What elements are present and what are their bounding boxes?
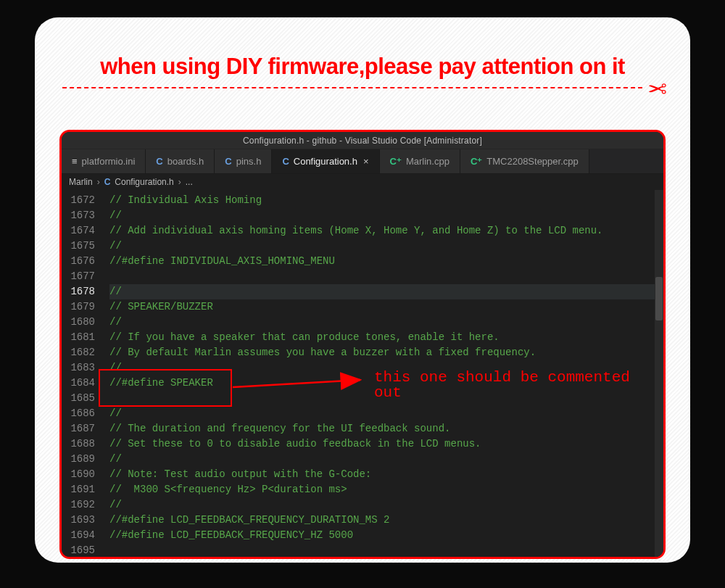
vscode-editor: Configuration.h - github - Visual Studio… bbox=[59, 130, 666, 559]
code-line[interactable]: // If you have a speaker that can produc… bbox=[109, 330, 663, 345]
line-number: 1685 bbox=[62, 391, 95, 406]
line-number: 1681 bbox=[62, 330, 95, 345]
line-number: 1677 bbox=[62, 269, 95, 284]
code-line[interactable]: // bbox=[109, 406, 663, 421]
cpp-file-icon: C⁺ bbox=[471, 156, 482, 167]
line-number: 1688 bbox=[62, 436, 95, 452]
code-line[interactable] bbox=[109, 391, 663, 406]
line-number: 1695 bbox=[62, 543, 95, 558]
code-line[interactable]: // M300 S<frequency Hz> P<duration ms> bbox=[109, 482, 663, 497]
code-line[interactable]: //#define LCD_FEEDBACK_FREQUENCY_HZ 5000 bbox=[109, 528, 663, 543]
line-number: 1691 bbox=[62, 482, 95, 497]
line-number: 1672 bbox=[62, 193, 95, 208]
tab-label: platformio.ini bbox=[82, 156, 136, 167]
tab-boards-h[interactable]: Cboards.h bbox=[146, 149, 215, 173]
headline-section: when using DIY firmware,please pay atten… bbox=[57, 54, 668, 97]
tab-label: TMC2208Stepper.cpp bbox=[486, 156, 578, 167]
c-file-icon: C bbox=[156, 156, 162, 167]
line-number: 1674 bbox=[62, 223, 95, 239]
code-line[interactable]: // bbox=[109, 452, 663, 467]
cpp-file-icon: C⁺ bbox=[390, 156, 402, 167]
line-number-gutter: 1672167316741675167616771678167916801681… bbox=[62, 190, 102, 557]
tab-marlin-cpp[interactable]: C⁺Marlin.cpp bbox=[380, 149, 460, 173]
line-number: 1686 bbox=[62, 406, 95, 421]
line-number: 1683 bbox=[62, 360, 95, 376]
tab-configuration-h[interactable]: CConfiguration.h× bbox=[272, 149, 379, 173]
line-number: 1675 bbox=[62, 239, 95, 254]
vertical-scrollbar[interactable] bbox=[655, 190, 663, 557]
code-line[interactable]: // bbox=[109, 284, 663, 299]
breadcrumb-root: Marlin bbox=[69, 177, 93, 187]
card: when using DIY firmware,please pay atten… bbox=[35, 17, 690, 563]
code-line[interactable]: // Add individual axis homing items (Hom… bbox=[109, 223, 663, 239]
dashed-divider bbox=[62, 87, 642, 88]
line-number: 1676 bbox=[62, 254, 95, 269]
line-number: 1690 bbox=[62, 467, 95, 482]
tab-bar: ≡platformio.iniCboards.hCpins.hCConfigur… bbox=[62, 149, 663, 174]
code-line[interactable] bbox=[109, 543, 663, 558]
line-number: 1684 bbox=[62, 376, 95, 391]
line-number: 1694 bbox=[62, 528, 95, 543]
c-file-icon: C bbox=[282, 156, 289, 167]
tab-tmc2208stepper-cpp[interactable]: C⁺TMC2208Stepper.cpp bbox=[460, 149, 589, 173]
breadcrumb-tail: ... bbox=[186, 177, 193, 187]
tab-label: Marlin.cpp bbox=[406, 156, 450, 167]
breadcrumb-file: Configuration.h bbox=[115, 177, 173, 187]
code-line[interactable]: //#define SPEAKER bbox=[109, 376, 663, 391]
ini-file-icon: ≡ bbox=[72, 156, 78, 167]
line-number: 1680 bbox=[62, 315, 95, 330]
scrollbar-thumb[interactable] bbox=[655, 277, 663, 320]
tab-label: Configuration.h bbox=[294, 156, 357, 167]
code-line[interactable]: // bbox=[109, 239, 663, 254]
tab-label: pins.h bbox=[236, 156, 262, 167]
scissors-icon: ✂ bbox=[647, 75, 667, 103]
code-line[interactable]: // Note: Test audio output with the G-Co… bbox=[109, 467, 663, 482]
line-number: 1679 bbox=[62, 299, 95, 315]
code-line[interactable]: // bbox=[109, 360, 663, 376]
breadcrumb-sep-icon: › bbox=[178, 177, 181, 187]
window-titlebar: Configuration.h - github - Visual Studio… bbox=[62, 132, 663, 149]
code-line[interactable]: // bbox=[109, 208, 663, 223]
code-line[interactable]: //#define LCD_FEEDBACK_FREQUENCY_DURATIO… bbox=[109, 513, 663, 528]
tab-pins-h[interactable]: Cpins.h bbox=[215, 149, 272, 173]
line-number: 1689 bbox=[62, 452, 95, 467]
line-number: 1693 bbox=[62, 513, 95, 528]
c-file-icon: C bbox=[104, 177, 111, 187]
code-line[interactable]: // The duration and frequency for the UI… bbox=[109, 421, 663, 436]
line-number: 1673 bbox=[62, 208, 95, 223]
close-icon[interactable]: × bbox=[363, 156, 369, 167]
line-number: 1682 bbox=[62, 345, 95, 360]
code-line[interactable]: // SPEAKER/BUZZER bbox=[109, 299, 663, 315]
code-line[interactable]: // By default Marlin assumes you have a … bbox=[109, 345, 663, 360]
breadcrumb[interactable]: Marlin › C Configuration.h › ... bbox=[62, 174, 663, 190]
code-line[interactable] bbox=[109, 269, 663, 284]
line-number: 1678 bbox=[62, 284, 95, 299]
headline-text: when using DIY firmware,please pay atten… bbox=[57, 54, 668, 86]
line-number: 1692 bbox=[62, 497, 95, 513]
breadcrumb-sep-icon: › bbox=[97, 177, 100, 187]
code-line[interactable]: // bbox=[109, 497, 663, 513]
code-content[interactable]: this one should be commented out // Indi… bbox=[102, 190, 663, 557]
line-number: 1687 bbox=[62, 421, 95, 436]
tab-platformio-ini[interactable]: ≡platformio.ini bbox=[62, 149, 146, 173]
code-line[interactable]: // Set these to 0 to disable audio feedb… bbox=[109, 436, 663, 452]
c-file-icon: C bbox=[225, 156, 231, 167]
tab-label: boards.h bbox=[167, 156, 204, 167]
code-line[interactable]: //#define INDIVIDUAL_AXIS_HOMING_MENU bbox=[109, 254, 663, 269]
code-line[interactable]: // bbox=[109, 315, 663, 330]
code-line[interactable]: // Individual Axis Homing bbox=[109, 193, 663, 208]
code-area[interactable]: 1672167316741675167616771678167916801681… bbox=[62, 190, 663, 557]
